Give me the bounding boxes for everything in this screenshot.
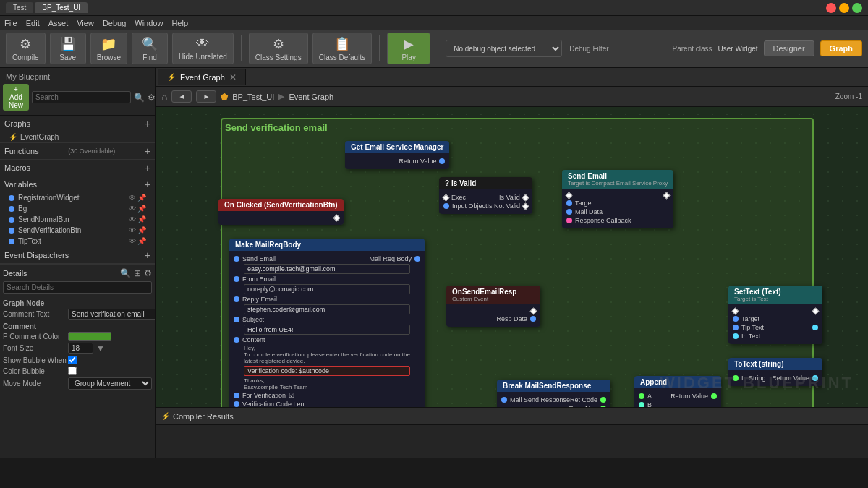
move-mode-select[interactable]: Group Movement (68, 377, 152, 390)
var-tip-text[interactable]: TipText 👁 📌 (0, 236, 155, 247)
make-mail-node[interactable]: Make MailReqBody Send Email Mail Req Bod… (229, 239, 425, 407)
save-button[interactable]: 💾 Save (50, 33, 86, 64)
add-new-button[interactable]: + Add New (3, 84, 29, 111)
macros-add-icon[interactable]: + (145, 162, 150, 174)
var-send-verification-btn[interactable]: SendVerificationBtn 👁 📌 (0, 225, 155, 236)
breadcrumb-home-icon[interactable]: ⌂ (161, 91, 167, 103)
macros-header[interactable]: Macros + (0, 160, 155, 176)
debug-object-select[interactable]: No debug object selected (446, 40, 562, 57)
send-email-field[interactable]: easy.compile.tech@gmail.com (244, 264, 410, 274)
verification-code-field[interactable]: Verification code: $authcode (244, 366, 410, 376)
breadcrumb-forward-btn[interactable]: ► (196, 90, 216, 103)
get-email-return-label: Return Value (399, 158, 437, 165)
menu-edit[interactable]: Edit (26, 19, 40, 27)
event-graph-item[interactable]: ⚡ EventGraph (0, 132, 155, 142)
var-pin-3[interactable]: 📌 (137, 215, 146, 223)
font-size-dropdown-icon[interactable]: ▼ (96, 343, 105, 354)
var-pin-1[interactable]: 📌 (137, 194, 146, 202)
breadcrumb-back-btn[interactable]: ◄ (171, 90, 192, 103)
var-pin-5[interactable]: 📌 (137, 237, 146, 245)
search-icon[interactable]: 🔍 (134, 93, 145, 103)
font-size-input[interactable] (68, 343, 93, 354)
variables-add-icon[interactable]: + (145, 179, 150, 190)
breadcrumb-graph[interactable]: Event Graph (289, 93, 333, 101)
details-header: Details 🔍 ⊞ ⚙ (3, 268, 152, 278)
minimize-btn[interactable] (839, 3, 849, 13)
color-bubble-row: Color Bubble (3, 367, 152, 375)
comment-color-swatch[interactable] (68, 332, 111, 341)
var-bg[interactable]: Bg 👁 📌 (0, 203, 155, 214)
show-bubble-checkbox[interactable] (68, 356, 77, 364)
on-send-resp-data-row: Resp Data (451, 315, 536, 322)
append-node[interactable]: Append A Return Value B (634, 376, 721, 407)
search-input[interactable] (32, 91, 131, 103)
menu-help[interactable]: Help (171, 19, 188, 27)
settings-icon[interactable]: ⚙ (148, 93, 156, 103)
event-dispatchers-header[interactable]: Event Dispatchers + (0, 247, 155, 263)
breadcrumb-blueprint[interactable]: BP_Test_UI (232, 93, 274, 101)
find-button[interactable]: 🔍 Find (132, 33, 168, 64)
on-clicked-node[interactable]: On Clicked (SendVerificationBtn) (218, 199, 344, 225)
menu-asset[interactable]: Asset (48, 19, 69, 27)
comment-color-label: P Comment Color (3, 333, 68, 341)
var-eye-1[interactable]: 👁 (129, 194, 136, 202)
var-registration-widget[interactable]: RegistrationWidget 👁 📌 (0, 192, 155, 203)
separator-2 (379, 35, 380, 61)
graph-area[interactable]: Send verification email Get Email Servic… (156, 107, 868, 407)
class-settings-button[interactable]: ⚙ Class Settings (249, 33, 308, 64)
var-eye-4[interactable]: 👁 (129, 226, 136, 234)
details-search-icon[interactable]: 🔍 (120, 268, 131, 278)
toolbar-right: Parent class User Widget Designer Graph (673, 40, 862, 56)
details-options-icon[interactable]: ⚙ (144, 268, 152, 278)
title-tab-test[interactable]: Test (6, 2, 33, 13)
event-graph-tab[interactable]: ⚡ Event Graph ✕ (158, 69, 246, 85)
color-bubble-label: Color Bubble (3, 367, 68, 375)
variables-header[interactable]: Variables + (0, 176, 155, 192)
send-email-node[interactable]: Send Email Target is Compact Email Servi… (562, 170, 673, 228)
hide-unrelated-button[interactable]: 👁 Hide Unrelated (172, 33, 234, 64)
break-mail-node[interactable]: Break MailSendResponse Mail Send Respons… (497, 380, 610, 407)
class-defaults-button[interactable]: 📋 Class Defaults (312, 33, 372, 64)
color-bubble-checkbox[interactable] (68, 367, 77, 375)
maximize-btn[interactable] (852, 3, 862, 13)
is-valid-node[interactable]: ? Is Valid Exec Is Valid Input Object (439, 177, 532, 214)
functions-add-icon[interactable]: + (145, 145, 150, 157)
menu-file[interactable]: File (4, 19, 17, 27)
graph-button[interactable]: Graph (820, 40, 862, 56)
menu-view[interactable]: View (77, 19, 94, 27)
reply-email-field[interactable]: stephen.coder@gmail.com (244, 304, 410, 314)
graphs-add-icon[interactable]: + (145, 118, 150, 129)
make-mail-verification-code-input: Verification code: $authcode (244, 366, 410, 376)
var-send-normal-btn[interactable]: SendNormalBtn 👁 📌 (0, 214, 155, 225)
play-button[interactable]: ▶ Play (387, 33, 430, 64)
browse-button[interactable]: 📁 Browse (90, 33, 127, 64)
details-grid-icon[interactable]: ⊞ (134, 268, 141, 278)
var-pin-4[interactable]: 📌 (137, 226, 146, 234)
menu-window[interactable]: Window (135, 19, 163, 27)
event-dispatchers-title: Event Dispatchers (4, 251, 69, 260)
var-eye-3[interactable]: 👁 (129, 215, 136, 223)
compile-button[interactable]: ⚙ Compile (6, 33, 46, 64)
designer-button[interactable]: Designer (764, 40, 814, 56)
break-mail-ret-code-label: Ret Code (570, 396, 597, 403)
functions-header[interactable]: Functions (30 Overridable) + (0, 143, 155, 159)
get-email-service-node[interactable]: Get Email Service Manager Return Value (345, 141, 449, 169)
event-graph-tab-close[interactable]: ✕ (229, 72, 237, 82)
subject-field[interactable]: Hello from UE4! (244, 325, 410, 335)
graphs-header[interactable]: Graphs + (0, 116, 155, 132)
make-mail-ver-code-pin (234, 401, 239, 407)
set-text-node[interactable]: SetText (Text) Target is Text Target (728, 286, 822, 344)
comment-text-input[interactable] (68, 309, 155, 320)
on-send-email-resp-node[interactable]: OnSendEmailResp Custom Event Resp Data (446, 286, 540, 327)
to-text-node[interactable]: ToText (string) In String Return Value (728, 358, 822, 386)
event-dispatchers-add-icon[interactable]: + (145, 249, 150, 261)
close-btn[interactable] (826, 3, 836, 13)
title-tab-bp[interactable]: BP_Test_UI (35, 2, 88, 13)
details-search-input[interactable] (3, 281, 152, 294)
var-eye-5[interactable]: 👁 (129, 237, 136, 245)
var-eye-2[interactable]: 👁 (129, 205, 136, 213)
details-title: Details (3, 269, 27, 278)
var-pin-2[interactable]: 📌 (137, 205, 146, 213)
from-email-field[interactable]: noreply@ccmagic.com (244, 284, 410, 294)
menu-debug[interactable]: Debug (103, 19, 126, 27)
